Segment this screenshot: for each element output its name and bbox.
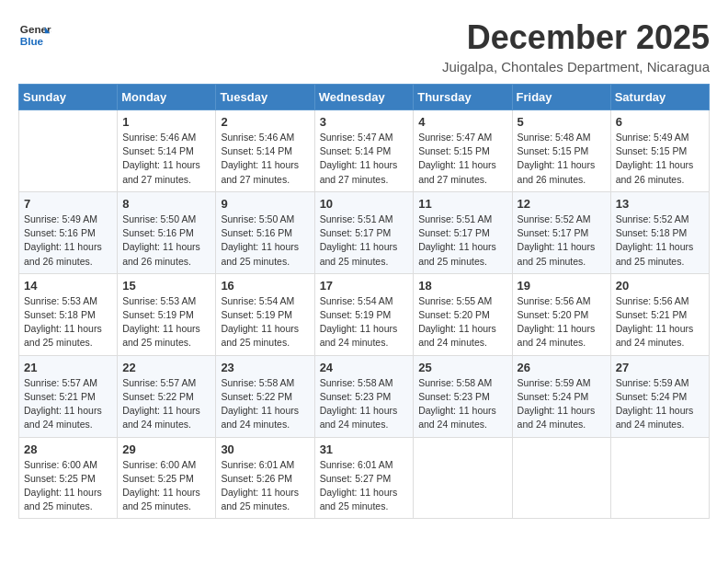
day-info: Sunrise: 5:55 AM Sunset: 5:20 PM Dayligh…: [418, 294, 506, 350]
day-number: 22: [122, 361, 210, 374]
day-number: 4: [418, 115, 506, 129]
calendar-cell: 23Sunrise: 5:58 AM Sunset: 5:22 PM Dayli…: [216, 355, 314, 437]
header-wednesday: Wednesday: [314, 85, 414, 110]
day-number: 14: [24, 279, 112, 293]
day-number: 9: [221, 197, 309, 211]
day-info: Sunrise: 5:51 AM Sunset: 5:17 PM Dayligh…: [418, 213, 506, 269]
logo: General Blue: [18, 18, 55, 52]
calendar-cell: 18Sunrise: 5:55 AM Sunset: 5:20 PM Dayli…: [414, 273, 512, 355]
day-info: Sunrise: 5:49 AM Sunset: 5:16 PM Dayligh…: [24, 213, 112, 269]
day-number: 16: [221, 279, 309, 293]
calendar-cell: 26Sunrise: 5:59 AM Sunset: 5:24 PM Dayli…: [512, 355, 610, 437]
calendar-cell: 22Sunrise: 5:57 AM Sunset: 5:22 PM Dayli…: [118, 355, 216, 437]
calendar-cell: 4Sunrise: 5:47 AM Sunset: 5:15 PM Daylig…: [414, 110, 512, 192]
day-info: Sunrise: 5:52 AM Sunset: 5:17 PM Dayligh…: [518, 213, 606, 269]
calendar-cell: 12Sunrise: 5:52 AM Sunset: 5:17 PM Dayli…: [512, 191, 610, 273]
day-info: Sunrise: 5:59 AM Sunset: 5:24 PM Dayligh…: [518, 376, 606, 432]
day-info: Sunrise: 6:00 AM Sunset: 5:25 PM Dayligh…: [24, 458, 112, 514]
calendar-week-1: 1Sunrise: 5:46 AM Sunset: 5:14 PM Daylig…: [19, 110, 710, 192]
day-info: Sunrise: 5:57 AM Sunset: 5:21 PM Dayligh…: [24, 376, 112, 432]
calendar-cell: 15Sunrise: 5:53 AM Sunset: 5:19 PM Dayli…: [118, 273, 216, 355]
day-info: Sunrise: 5:58 AM Sunset: 5:23 PM Dayligh…: [418, 376, 506, 432]
day-number: 17: [320, 279, 409, 293]
calendar-cell: 24Sunrise: 5:58 AM Sunset: 5:23 PM Dayli…: [314, 355, 414, 437]
calendar-cell: [19, 110, 118, 192]
day-number: 30: [221, 442, 309, 456]
header-thursday: Thursday: [414, 85, 512, 110]
logo-icon: General Blue: [18, 18, 51, 52]
calendar-cell: 21Sunrise: 5:57 AM Sunset: 5:21 PM Dayli…: [19, 355, 118, 437]
month-title: December 2025: [442, 18, 710, 57]
day-number: 24: [320, 361, 409, 374]
day-info: Sunrise: 5:56 AM Sunset: 5:20 PM Dayligh…: [518, 294, 606, 350]
calendar-cell: 1Sunrise: 5:46 AM Sunset: 5:14 PM Daylig…: [118, 110, 216, 192]
day-info: Sunrise: 5:48 AM Sunset: 5:15 PM Dayligh…: [518, 131, 606, 187]
header-friday: Friday: [512, 85, 610, 110]
day-number: 10: [320, 197, 409, 211]
calendar-cell: 8Sunrise: 5:50 AM Sunset: 5:16 PM Daylig…: [118, 191, 216, 273]
calendar-cell: 5Sunrise: 5:48 AM Sunset: 5:15 PM Daylig…: [512, 110, 610, 192]
day-number: 19: [518, 279, 606, 293]
day-number: 20: [616, 279, 704, 293]
calendar-cell: 7Sunrise: 5:49 AM Sunset: 5:16 PM Daylig…: [19, 191, 118, 273]
calendar-cell: 11Sunrise: 5:51 AM Sunset: 5:17 PM Dayli…: [414, 191, 512, 273]
calendar-cell: 16Sunrise: 5:54 AM Sunset: 5:19 PM Dayli…: [216, 273, 314, 355]
day-number: 18: [418, 279, 506, 293]
calendar-cell: 2Sunrise: 5:46 AM Sunset: 5:14 PM Daylig…: [216, 110, 314, 192]
day-info: Sunrise: 5:49 AM Sunset: 5:15 PM Dayligh…: [616, 131, 704, 187]
day-number: 1: [122, 115, 210, 129]
day-number: 21: [24, 361, 112, 374]
calendar-cell: [414, 437, 512, 519]
day-info: Sunrise: 5:52 AM Sunset: 5:18 PM Dayligh…: [616, 213, 704, 269]
calendar-week-5: 28Sunrise: 6:00 AM Sunset: 5:25 PM Dayli…: [19, 437, 710, 519]
day-number: 12: [518, 197, 606, 211]
day-info: Sunrise: 5:50 AM Sunset: 5:16 PM Dayligh…: [122, 213, 210, 269]
day-number: 28: [24, 442, 112, 456]
day-info: Sunrise: 5:58 AM Sunset: 5:22 PM Dayligh…: [221, 376, 309, 432]
calendar-week-3: 14Sunrise: 5:53 AM Sunset: 5:18 PM Dayli…: [19, 273, 710, 355]
calendar-cell: 13Sunrise: 5:52 AM Sunset: 5:18 PM Dayli…: [610, 191, 709, 273]
header-sunday: Sunday: [19, 85, 118, 110]
calendar-cell: 27Sunrise: 5:59 AM Sunset: 5:24 PM Dayli…: [610, 355, 709, 437]
day-number: 15: [122, 279, 210, 293]
svg-text:Blue: Blue: [20, 35, 44, 47]
title-block: December 2025 Juigalpa, Chontales Depart…: [442, 18, 710, 75]
day-number: 8: [122, 197, 210, 211]
day-info: Sunrise: 6:01 AM Sunset: 5:26 PM Dayligh…: [221, 458, 309, 514]
header: General Blue December 2025 Juigalpa, Cho…: [18, 18, 710, 75]
day-info: Sunrise: 5:57 AM Sunset: 5:22 PM Dayligh…: [122, 376, 210, 432]
calendar-cell: 20Sunrise: 5:56 AM Sunset: 5:21 PM Dayli…: [610, 273, 709, 355]
day-info: Sunrise: 5:47 AM Sunset: 5:15 PM Dayligh…: [418, 131, 506, 187]
calendar-cell: 9Sunrise: 5:50 AM Sunset: 5:16 PM Daylig…: [216, 191, 314, 273]
calendar-cell: 25Sunrise: 5:58 AM Sunset: 5:23 PM Dayli…: [414, 355, 512, 437]
day-info: Sunrise: 5:46 AM Sunset: 5:14 PM Dayligh…: [122, 131, 210, 187]
svg-text:General: General: [20, 23, 51, 35]
day-number: 23: [221, 361, 309, 374]
calendar-table: Sunday Monday Tuesday Wednesday Thursday…: [18, 84, 710, 519]
calendar-header-row: Sunday Monday Tuesday Wednesday Thursday…: [19, 85, 710, 110]
day-number: 13: [616, 197, 704, 211]
calendar-cell: 17Sunrise: 5:54 AM Sunset: 5:19 PM Dayli…: [314, 273, 414, 355]
day-number: 29: [122, 442, 210, 456]
calendar-week-4: 21Sunrise: 5:57 AM Sunset: 5:21 PM Dayli…: [19, 355, 710, 437]
day-info: Sunrise: 5:46 AM Sunset: 5:14 PM Dayligh…: [221, 131, 309, 187]
header-saturday: Saturday: [610, 85, 709, 110]
calendar-cell: 29Sunrise: 6:00 AM Sunset: 5:25 PM Dayli…: [118, 437, 216, 519]
day-number: 5: [518, 115, 606, 129]
calendar-cell: 31Sunrise: 6:01 AM Sunset: 5:27 PM Dayli…: [314, 437, 414, 519]
calendar-cell: [610, 437, 709, 519]
day-number: 11: [418, 197, 506, 211]
calendar-cell: 30Sunrise: 6:01 AM Sunset: 5:26 PM Dayli…: [216, 437, 314, 519]
day-number: 6: [616, 115, 704, 129]
day-info: Sunrise: 5:47 AM Sunset: 5:14 PM Dayligh…: [320, 131, 409, 187]
day-number: 2: [221, 115, 309, 129]
day-info: Sunrise: 5:53 AM Sunset: 5:19 PM Dayligh…: [122, 294, 210, 350]
day-number: 26: [518, 361, 606, 374]
day-number: 25: [418, 361, 506, 374]
calendar-cell: 10Sunrise: 5:51 AM Sunset: 5:17 PM Dayli…: [314, 191, 414, 273]
header-monday: Monday: [118, 85, 216, 110]
day-number: 31: [320, 442, 409, 456]
day-info: Sunrise: 5:54 AM Sunset: 5:19 PM Dayligh…: [320, 294, 409, 350]
day-info: Sunrise: 5:51 AM Sunset: 5:17 PM Dayligh…: [320, 213, 409, 269]
day-number: 27: [616, 361, 704, 374]
